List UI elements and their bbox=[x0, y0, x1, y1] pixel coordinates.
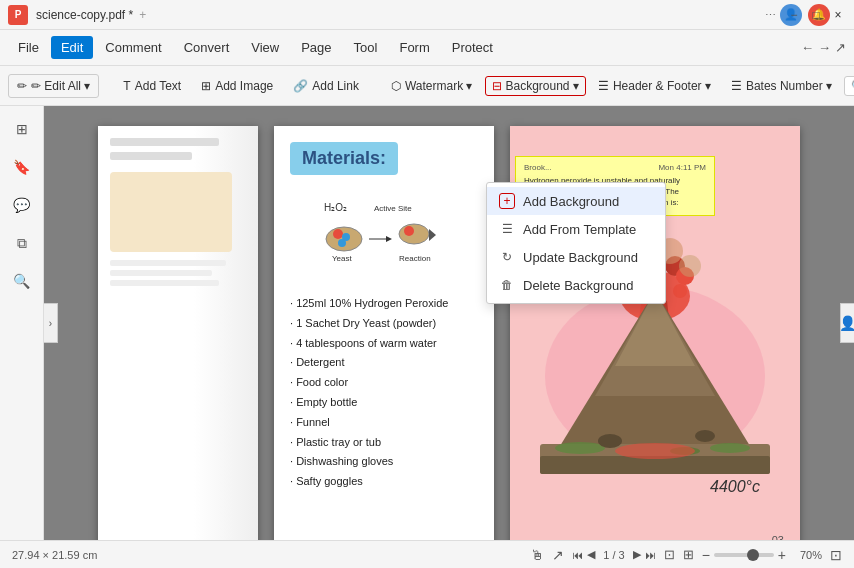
material-item-4: Detergent bbox=[290, 353, 478, 373]
menu-tool[interactable]: Tool bbox=[344, 36, 388, 59]
forward-btn[interactable]: → bbox=[818, 40, 831, 55]
maximize-btn[interactable]: □ bbox=[808, 7, 824, 23]
material-item-6: Empty bottle bbox=[290, 393, 478, 413]
search-tools-container: 🔍 bbox=[844, 76, 854, 96]
material-item-9: Dishwashing gloves bbox=[290, 452, 478, 472]
menubar: File Edit Comment Convert View Page Tool… bbox=[0, 30, 854, 66]
material-item-7: Funnel bbox=[290, 413, 478, 433]
fit-page-btn[interactable]: ⊞ bbox=[683, 547, 694, 562]
image-icon: ⊞ bbox=[201, 79, 211, 93]
svg-text:Active Site: Active Site bbox=[374, 204, 412, 213]
menu-convert[interactable]: Convert bbox=[174, 36, 240, 59]
bates-icon: ☰ bbox=[731, 79, 742, 93]
menu-form[interactable]: Form bbox=[389, 36, 439, 59]
select-icon[interactable]: ↗ bbox=[552, 547, 564, 563]
minimize-btn[interactable]: − bbox=[786, 7, 802, 23]
menu-file[interactable]: File bbox=[8, 36, 49, 59]
background-label: Background ▾ bbox=[506, 79, 579, 93]
page-dimensions: 27.94 × 21.59 cm bbox=[12, 549, 97, 561]
header-footer-btn[interactable]: ☰ Header & Footer ▾ bbox=[590, 75, 719, 97]
zoom-slider[interactable] bbox=[714, 553, 774, 557]
add-from-template-label: Add From Template bbox=[523, 222, 636, 237]
material-item-3: 4 tablespoons of warm water bbox=[290, 334, 478, 354]
zoom-in-btn[interactable]: + bbox=[778, 547, 786, 563]
svg-point-5 bbox=[338, 239, 346, 247]
add-link-btn[interactable]: 🔗 Add Link bbox=[285, 75, 367, 97]
more-options-btn[interactable]: ⋯ bbox=[761, 6, 780, 23]
edit-icon: ✏ bbox=[17, 79, 27, 93]
background-icon: ⊟ bbox=[492, 79, 502, 93]
update-background-item[interactable]: ↻ Update Background bbox=[487, 243, 665, 271]
sidebar-icon-bookmark[interactable]: 🔖 bbox=[7, 152, 37, 182]
material-item-1: 125ml 10% Hydrogen Peroxide bbox=[290, 294, 478, 314]
pdf-area: Materials: H₂O₂ Active Site bbox=[44, 106, 854, 540]
edit-all-label: ✏ Edit All ▾ bbox=[31, 79, 90, 93]
right-sidebar-toggle[interactable]: 👤 bbox=[840, 303, 854, 343]
zoom-thumb bbox=[747, 549, 759, 561]
watermark-btn[interactable]: ⬡ Watermark ▾ bbox=[383, 75, 481, 97]
zoom-out-btn[interactable]: − bbox=[702, 547, 710, 563]
svg-marker-9 bbox=[429, 229, 436, 241]
delete-background-label: Delete Background bbox=[523, 278, 634, 293]
zoom-controls: − + 70% bbox=[702, 547, 822, 563]
close-btn[interactable]: × bbox=[830, 7, 846, 23]
prev-page-btn[interactable]: ◀ bbox=[587, 548, 595, 561]
menu-protect[interactable]: Protect bbox=[442, 36, 503, 59]
reaction-diagram-svg: H₂O₂ Active Site Yeast bbox=[314, 199, 454, 279]
delete-background-item[interactable]: 🗑 Delete Background bbox=[487, 271, 665, 299]
toolbar-search-area: 🔍 bbox=[844, 76, 854, 96]
menu-edit[interactable]: Edit bbox=[51, 36, 93, 59]
statusbar: 27.94 × 21.59 cm 🖱 ↗ ⏮ ◀ 1 / 3 ▶ ⏭ ⊡ ⊞ −… bbox=[0, 540, 854, 568]
fullscreen-btn[interactable]: ⊡ bbox=[830, 547, 842, 563]
logo-letter: P bbox=[15, 9, 22, 20]
background-btn[interactable]: ⊟ Background ▾ bbox=[485, 76, 586, 96]
add-background-item[interactable]: + Add Background bbox=[487, 187, 665, 215]
window-title: science-copy.pdf * bbox=[36, 8, 133, 22]
edit-all-btn[interactable]: ✏ ✏ Edit All ▾ bbox=[8, 74, 99, 98]
header-footer-label: Header & Footer ▾ bbox=[613, 79, 711, 93]
watermark-icon: ⬡ bbox=[391, 79, 401, 93]
svg-text:H₂O₂: H₂O₂ bbox=[324, 202, 347, 213]
material-item-5: Food color bbox=[290, 373, 478, 393]
page-navigation: ⏮ ◀ 1 / 3 ▶ ⏭ bbox=[572, 548, 655, 561]
update-icon: ↻ bbox=[499, 249, 515, 265]
next-page-btn[interactable]: ▶ bbox=[633, 548, 641, 561]
bates-label: Bates Number ▾ bbox=[746, 79, 832, 93]
yeast-diagram: H₂O₂ Active Site Yeast bbox=[290, 199, 478, 282]
sidebar-icon-comment[interactable]: 💬 bbox=[7, 190, 37, 220]
menu-page[interactable]: Page bbox=[291, 36, 341, 59]
svg-point-36 bbox=[695, 430, 715, 442]
last-page-btn[interactable]: ⏭ bbox=[645, 549, 656, 561]
add-text-btn[interactable]: T Add Text bbox=[115, 75, 189, 97]
add-from-template-item[interactable]: ☰ Add From Template bbox=[487, 215, 665, 243]
new-tab-btn[interactable]: + bbox=[139, 8, 146, 22]
sidebar-icon-search[interactable]: 🔍 bbox=[7, 266, 37, 296]
text-icon: T bbox=[123, 79, 130, 93]
menu-view[interactable]: View bbox=[241, 36, 289, 59]
bates-number-btn[interactable]: ☰ Bates Number ▾ bbox=[723, 75, 840, 97]
cursor-icon[interactable]: 🖱 bbox=[530, 547, 544, 563]
sidebar-toggle[interactable]: › bbox=[44, 303, 58, 343]
first-page-btn[interactable]: ⏮ bbox=[572, 549, 583, 561]
add-image-label: Add Image bbox=[215, 79, 273, 93]
avatar-icon: 👤 bbox=[839, 315, 854, 331]
add-background-label: Add Background bbox=[523, 194, 619, 209]
app-logo: P bbox=[8, 5, 28, 25]
materials-title: Materials: bbox=[290, 142, 398, 175]
delete-icon: 🗑 bbox=[499, 277, 515, 293]
svg-point-7 bbox=[399, 224, 429, 244]
svg-point-3 bbox=[333, 229, 343, 239]
background-dropdown: + Add Background ☰ Add From Template ↻ U… bbox=[486, 182, 666, 304]
svg-point-8 bbox=[404, 226, 414, 236]
menu-comment[interactable]: Comment bbox=[95, 36, 171, 59]
external-link-btn[interactable]: ↗ bbox=[835, 40, 846, 55]
titlebar: P science-copy.pdf * + 👤 🔔 ⋯ − □ × bbox=[0, 0, 854, 30]
sidebar-icon-grid[interactable]: ⊞ bbox=[7, 114, 37, 144]
add-image-btn[interactable]: ⊞ Add Image bbox=[193, 75, 281, 97]
fit-width-btn[interactable]: ⊡ bbox=[664, 547, 675, 562]
back-btn[interactable]: ← bbox=[801, 40, 814, 55]
sidebar-icon-layers[interactable]: ⧉ bbox=[7, 228, 37, 258]
update-background-label: Update Background bbox=[523, 250, 638, 265]
main-area: ⊞ 🔖 💬 ⧉ 🔍 › Materials: bbox=[0, 106, 854, 540]
svg-point-31 bbox=[555, 442, 605, 454]
